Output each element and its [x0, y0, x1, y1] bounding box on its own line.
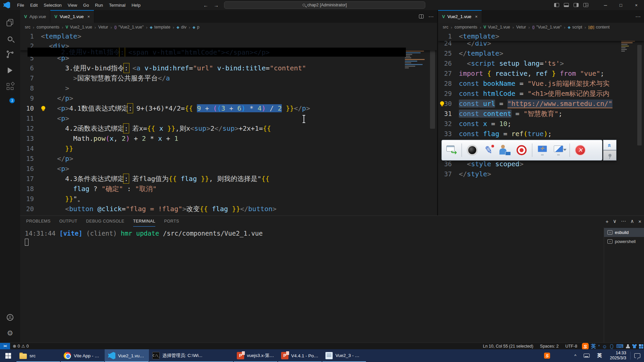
customize-layout-icon[interactable]	[583, 3, 588, 7]
menu-view[interactable]: View	[65, 3, 80, 8]
breadcrumb-item[interactable]: content	[596, 25, 609, 29]
code-line-32[interactable]: 32const x = 10;	[438, 119, 644, 129]
breadcrumb-item[interactable]: template	[154, 25, 170, 29]
menu-selection[interactable]: Selection	[41, 3, 64, 8]
panel-tab-output[interactable]: OUTPUT	[59, 216, 77, 227]
panel-maximize-icon[interactable]: ∧	[630, 218, 634, 224]
breadcrumb-item[interactable]: src	[25, 25, 31, 29]
code-line-8[interactable]: 8 >	[20, 83, 437, 93]
tab-close-icon[interactable]: ×	[475, 14, 478, 19]
taskbar-item-vite-app-googl-[interactable]: Vite App - Googl...	[60, 349, 105, 362]
lens-button[interactable]	[466, 143, 478, 157]
taskbar-item-src[interactable]: src	[16, 349, 60, 362]
terminal-dropdown-icon[interactable]: ∨	[613, 218, 616, 224]
toggle-panel-icon[interactable]	[564, 3, 569, 7]
menu-run[interactable]: Run	[92, 3, 106, 8]
code-line-6[interactable]: 6 3.使用v-bind指令: <a v-bind:href="url" v-b…	[20, 63, 437, 73]
code-line-12[interactable]: 12 4.2函数表达式绑定: 若x={{ x }},则x<sup>2</sup>…	[20, 123, 437, 133]
pen-button[interactable]: ✎	[483, 143, 495, 157]
panel-tab-terminal[interactable]: TERMINAL	[133, 216, 155, 227]
window-minimize-button[interactable]: ─	[598, 0, 613, 10]
window-close-button[interactable]: ×	[629, 0, 644, 10]
taskbar-item--c-wi-[interactable]: C:\_选择管理员: C:\Wi...	[149, 349, 233, 362]
toolbar-collapse-button[interactable]: «	[603, 140, 616, 150]
panel-more-icon[interactable]: ⋯	[621, 218, 626, 224]
breadcrumb[interactable]: src›components›VVue2_1.vue›Vetur›{}"Vue2…	[20, 23, 437, 32]
action-center-button[interactable]	[631, 349, 644, 362]
ime-skin-icon[interactable]	[632, 344, 637, 348]
lightbulb-icon[interactable]	[440, 101, 444, 105]
problems-status[interactable]: ⊗0 ⚠0	[10, 344, 32, 349]
menu-edit[interactable]: Edit	[27, 3, 41, 8]
panel-close-icon[interactable]: ×	[638, 219, 641, 224]
tab-Vue2_1.vue[interactable]: VVue2_1.vue×	[50, 10, 94, 23]
toggle-secondary-sidebar-icon[interactable]	[574, 3, 579, 7]
tab-App.vue[interactable]: VApp.vue	[20, 10, 50, 23]
command-center-search[interactable]: chap2 [Administrator]	[224, 1, 425, 9]
toggle-sidebar-icon[interactable]	[554, 3, 559, 7]
search-sidebar-icon[interactable]	[0, 32, 20, 46]
code-line-25[interactable]: 25</template>	[438, 48, 644, 58]
menu-help[interactable]: Help	[128, 3, 144, 8]
code-line-9[interactable]: 9 </p>	[20, 93, 437, 103]
account-icon[interactable]	[0, 311, 20, 324]
ime-account-icon[interactable]	[626, 344, 630, 348]
restore-window-button[interactable]: ↩	[445, 143, 457, 157]
source-control-icon[interactable]	[0, 48, 20, 61]
tray-ime-indicator[interactable]: 英	[593, 353, 606, 359]
code-line-17[interactable]: 17 4.3条件表达式绑定: 若flag值为{{ flag }}, 则我的选择是…	[20, 174, 437, 184]
menu-go[interactable]: Go	[80, 3, 92, 8]
taskbar-item-vuejs3-x-2-vue-[interactable]: Pvuejs3.x-第2章Vue...	[233, 349, 278, 362]
breadcrumb-item[interactable]: components	[454, 25, 477, 29]
menu-terminal[interactable]: Terminal	[106, 3, 128, 8]
tray-clock[interactable]: 14:33 2025/3/3	[606, 351, 630, 361]
code-line-28[interactable]: 28const bookName = "Vue.js前端框架技术与实	[438, 78, 644, 88]
breadcrumb-item[interactable]: Vetur	[98, 25, 108, 29]
breadcrumb-item[interactable]: components	[37, 25, 59, 29]
breadcrumb-item[interactable]: "Vue2_1.vue"	[536, 25, 561, 29]
code-line-7[interactable]: 7 >国家智慧教育公共服务平台</a	[20, 73, 437, 83]
taskbar-item-v4-4-1-powerpoi-[interactable]: PV4.4.1 - PowerPoi...	[278, 349, 322, 362]
window-maximize-button[interactable]: □	[613, 0, 629, 10]
more-actions-icon[interactable]: ⋯	[635, 13, 641, 20]
code-line-18[interactable]: 18 flag ? "确定" : "取消"	[20, 184, 437, 194]
tray-touch-keyboard-icon[interactable]	[584, 354, 590, 358]
remote-indicator[interactable]: ><	[0, 343, 10, 350]
code-line-10[interactable]: 10 <p>4.1数值表达式绑定: 9+(3+6)*4/2={{ 9 + ((3…	[20, 103, 437, 113]
code-editor[interactable]: 5 <p>6 3.使用v-bind指令: <a v-bind:href="url…	[20, 32, 437, 216]
code-line-1[interactable]: 1<template>	[438, 32, 644, 41]
encoding-status[interactable]: UTF-8	[563, 344, 579, 349]
code-line-14[interactable]: 14 }}	[20, 143, 437, 154]
sogou-icon[interactable]: S	[582, 343, 589, 350]
run-debug-icon[interactable]	[0, 64, 20, 77]
ime-mic-icon[interactable]	[610, 344, 613, 349]
screen-switch-button[interactable]	[553, 143, 565, 157]
taskbar-item-vue2-1-vue-cha-[interactable]: Vue2_1.vue - cha...	[105, 349, 149, 362]
breadcrumb-item[interactable]: "Vue2_1.vue"	[118, 25, 144, 29]
panel-tab-problems[interactable]: PROBLEMS	[26, 216, 51, 227]
start-button[interactable]	[0, 349, 16, 362]
ime-keyboard-icon[interactable]: ⌨	[616, 343, 624, 349]
fit-screen-button[interactable]	[537, 143, 549, 157]
breadcrumb-item[interactable]: src	[443, 25, 448, 29]
code-line-30[interactable]: 30const url = "https://www.smartedu.cn/"	[438, 99, 644, 109]
code-line-16[interactable]: 16 <p>	[20, 164, 437, 174]
terminal-output[interactable]: 14:31:44 [vite] (client) hmr update /src…	[20, 227, 602, 343]
menu-file[interactable]: File	[14, 3, 27, 8]
more-actions-icon[interactable]: ⋯	[428, 13, 434, 20]
ime-language-toggle[interactable]: 英	[591, 343, 596, 350]
ime-emoji-icon[interactable]: ☺	[602, 344, 607, 349]
stop-button[interactable]: ✕	[574, 143, 586, 157]
code-line-19[interactable]: 19 }}"。	[20, 194, 437, 204]
breadcrumb[interactable]: src›components›VVue2_1.vue›Vetur›{}"Vue2…	[438, 23, 644, 32]
tray-hidden-icons[interactable]: ^	[570, 353, 580, 358]
terminal-session-powershell[interactable]: >powershell	[604, 237, 644, 246]
ime-punctuation-icon[interactable]: ’	[598, 344, 600, 349]
code-line-33[interactable]: 33const flag = ref(true);	[438, 129, 644, 139]
explorer-icon[interactable]	[0, 16, 20, 29]
nav-back-icon[interactable]: ←	[203, 2, 208, 8]
code-editor[interactable]: 24 </div>25</template>26 <script setup l…	[438, 32, 644, 216]
code-line-27[interactable]: 27import { reactive, ref } from "vue";	[438, 68, 644, 78]
cursor-position-status[interactable]: Ln 10, Col 55 (21 selected)	[481, 344, 535, 349]
code-line-20[interactable]: 20 <button @click="flag = !flag">改变{{ fl…	[20, 204, 437, 214]
